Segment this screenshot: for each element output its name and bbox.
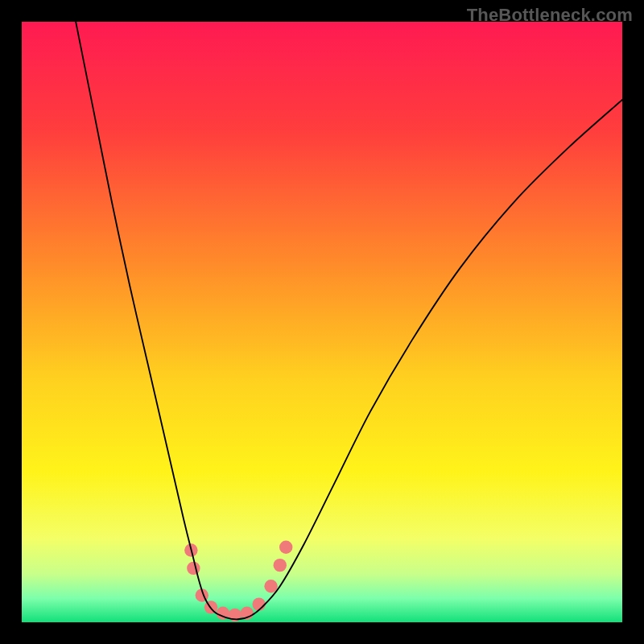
curve-marker xyxy=(274,559,287,572)
curve-marker xyxy=(252,597,265,610)
curve-marker xyxy=(279,541,292,554)
curve-marker xyxy=(187,562,200,575)
curve-marker xyxy=(264,580,277,592)
chart-frame: TheBottleneck.com xyxy=(0,0,644,644)
gradient-background xyxy=(22,22,622,622)
bottleneck-chart xyxy=(22,22,622,622)
